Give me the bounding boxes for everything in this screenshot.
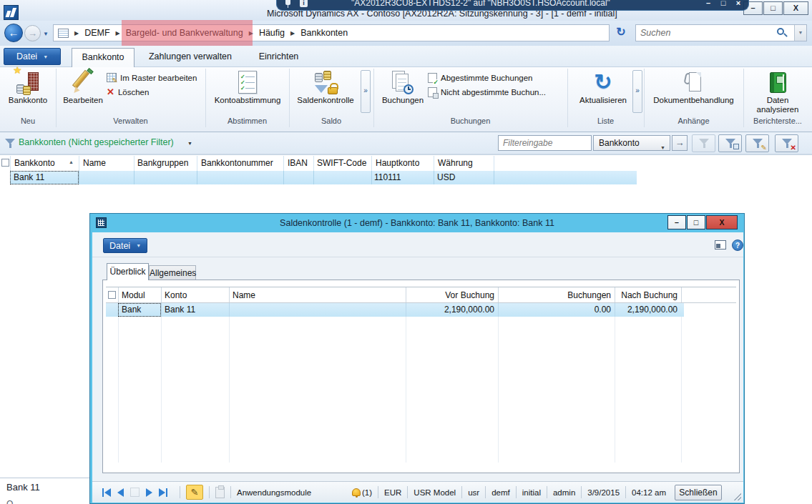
grid-view-icon[interactable]: [130, 488, 140, 497]
col-iban[interactable]: IBAN: [288, 158, 308, 168]
rdp-minimize-icon[interactable]: –: [703, 0, 714, 7]
account-reconciliation-button[interactable]: ✓✓✓ Kontoabstimmung: [209, 69, 286, 105]
main-window: Microsoft Dynamics AX - Contoso [AX2012R…: [0, 0, 812, 504]
search-dropdown-icon[interactable]: ▼: [794, 25, 806, 41]
delete-button[interactable]: ✕ Löschen: [107, 86, 149, 98]
filter-by-field-button[interactable]: ✎: [745, 134, 769, 152]
last-record-button[interactable]: [159, 488, 167, 497]
tab-zahlungen-verwalten[interactable]: Zahlungen verwalten: [140, 46, 240, 67]
list-filter-title[interactable]: Bankkonten (Nicht gespeicherter Filter): [19, 137, 174, 147]
pin-icon[interactable]: [285, 0, 290, 5]
maximize-button[interactable]: □: [763, 1, 783, 15]
filter-field-select[interactable]: Bankkonto▼: [593, 135, 670, 151]
dialog-tab-ueberblick[interactable]: Überblick: [107, 263, 149, 280]
reconciled-transactions-button[interactable]: Abgestimmte Buchungen: [428, 71, 533, 84]
apply-filter-button[interactable]: →: [672, 135, 688, 151]
dcol-name[interactable]: Name: [233, 290, 255, 300]
dcell-buchungen[interactable]: 0.00: [498, 305, 611, 315]
breadcrumb-module[interactable]: Bargeld- und Bankverwaltung: [126, 28, 243, 38]
paste-icon[interactable]: [215, 487, 225, 498]
history-dropdown-icon[interactable]: ▼: [43, 31, 49, 37]
dcol-vor-buchung[interactable]: Vor Buchung: [406, 290, 494, 300]
transactions-icon: [391, 71, 414, 94]
dcol-modul[interactable]: Modul: [122, 290, 145, 300]
cell-bankkonto[interactable]: Bank 11: [14, 172, 44, 182]
dialog-close-button[interactable]: X: [706, 215, 738, 229]
col-swift-code[interactable]: SWIFT-Code: [317, 158, 366, 168]
dialog-schliessen-button[interactable]: Schließen: [675, 485, 722, 500]
forward-button[interactable]: →: [24, 25, 41, 41]
col-bankgruppen[interactable]: Bankgruppen: [137, 158, 188, 168]
analyze-data-button[interactable]: Daten analysieren: [747, 69, 808, 114]
col-waehrung[interactable]: Währung: [438, 158, 473, 168]
dialog-table-row-selected[interactable]: Bank Bank 11 2,190,000.00 0.00 2,190,000…: [106, 303, 684, 317]
dcell-modul[interactable]: Bank: [122, 305, 141, 315]
dialog-select-all-checkbox[interactable]: [108, 291, 116, 299]
dcell-vor-buchung[interactable]: 2,190,000.00: [406, 305, 494, 315]
balance-control-button[interactable]: Saldenkontrolle: [292, 69, 359, 105]
table-row-selected[interactable]: Bank 11 110111 USD: [10, 171, 637, 184]
breadcrumb[interactable]: ▶ DEMF ▶ Bargeld- und Bankverwaltung ▶ H…: [53, 24, 610, 41]
group-expand-button[interactable]: »: [632, 70, 642, 113]
previous-record-button[interactable]: [117, 488, 124, 497]
dcol-nach-buchung[interactable]: Nach Buchung: [615, 290, 678, 300]
col-bankkonto[interactable]: Bankkonto: [14, 158, 55, 168]
refresh-list-button[interactable]: ↻ Aktualisieren: [576, 69, 630, 105]
filter-input[interactable]: [498, 135, 592, 151]
info-icon[interactable]: i: [300, 0, 308, 7]
filter-bar: Bankkonten (Nicht gespeicherter Filter) …: [0, 132, 812, 154]
cell-waehrung[interactable]: USD: [437, 172, 455, 182]
dcell-nach-buchung[interactable]: 2,190,000.00: [615, 305, 678, 315]
edit-button[interactable]: Bearbeiten: [60, 69, 106, 105]
dcell-konto[interactable]: Bank 11: [165, 305, 195, 315]
dialog-help-icon[interactable]: ?: [732, 239, 743, 251]
group-expand-button[interactable]: »: [361, 70, 371, 113]
grid-edit-icon: [107, 73, 117, 82]
alert-bell-icon[interactable]: [352, 488, 361, 496]
close-button[interactable]: X: [783, 1, 808, 15]
breadcrumb-company[interactable]: DEMF: [84, 28, 109, 38]
tab-einrichten[interactable]: Einrichten: [245, 46, 313, 67]
refresh-icon[interactable]: ↻: [612, 24, 630, 41]
first-record-button[interactable]: [102, 488, 111, 497]
col-name[interactable]: Name: [83, 158, 106, 168]
rdp-restore-icon[interactable]: □: [718, 0, 729, 7]
search-input[interactable]: [640, 26, 768, 39]
dcol-konto[interactable]: Konto: [165, 290, 187, 300]
edit-label: Bearbeiten: [63, 96, 103, 105]
file-menu-button[interactable]: Datei▼: [4, 48, 61, 65]
checklist-icon: ✓✓✓: [238, 71, 257, 94]
back-button[interactable]: ←: [4, 24, 23, 42]
tab-bankkonto[interactable]: Bankkonto: [72, 48, 134, 67]
search-icon[interactable]: [777, 28, 784, 35]
resize-grip[interactable]: [734, 493, 741, 500]
edit-in-grid-button[interactable]: Im Raster bearbeiten: [107, 71, 197, 84]
select-all-checkbox[interactable]: [1, 159, 9, 167]
unreconciled-transactions-button[interactable]: Nicht abgestimmte Buchun...: [428, 86, 546, 98]
filter-by-grid-button[interactable]: [718, 134, 742, 152]
col-bankkontonummer[interactable]: Bankkontonummer: [201, 158, 273, 168]
filter-title-caret-icon[interactable]: ▼: [187, 141, 192, 146]
cell-hauptkonto[interactable]: 110111: [374, 172, 401, 182]
dialog-minimize-button[interactable]: –: [667, 215, 686, 229]
remove-filter-button[interactable]: ✕: [775, 134, 798, 152]
document-handling-button[interactable]: Dokumentbehandlung: [647, 69, 740, 105]
next-record-button[interactable]: [146, 488, 152, 497]
alert-count[interactable]: (1): [362, 488, 372, 497]
filter-disabled-button[interactable]: [692, 134, 715, 152]
dialog-maximize-button[interactable]: □: [687, 215, 705, 229]
dcol-buchungen[interactable]: Buchungen: [498, 290, 611, 300]
col-hauptkonto[interactable]: Hauptkonto: [376, 158, 419, 168]
rdp-close-icon[interactable]: ×: [733, 0, 744, 7]
refresh-arrows-icon: ↻: [594, 71, 612, 94]
new-bank-account-button[interactable]: ★ Bankkonto: [3, 69, 53, 105]
edit-mode-toggle[interactable]: ✎: [186, 485, 203, 500]
dialog-tab-allgemeines[interactable]: Allgemeines: [149, 265, 196, 280]
breadcrumb-section[interactable]: Häufig: [259, 28, 285, 38]
transactions-button[interactable]: Buchungen: [377, 69, 429, 105]
dialog-file-menu-button[interactable]: Datei▼: [103, 238, 147, 253]
breadcrumb-page[interactable]: Bankkonten: [300, 28, 348, 38]
address-list-icon[interactable]: [58, 29, 69, 38]
dialog-view-pane-icon[interactable]: [715, 240, 726, 249]
delete-x-icon: ✕: [107, 87, 114, 97]
